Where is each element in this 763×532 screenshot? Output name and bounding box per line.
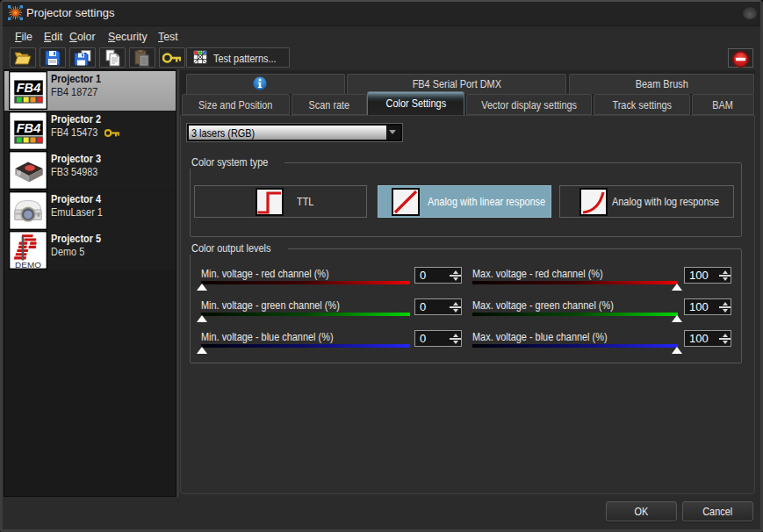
svg-text:DEMO: DEMO (15, 260, 41, 270)
svg-text:FB4: FB4 (17, 81, 41, 95)
svg-text:FB4: FB4 (17, 121, 41, 135)
